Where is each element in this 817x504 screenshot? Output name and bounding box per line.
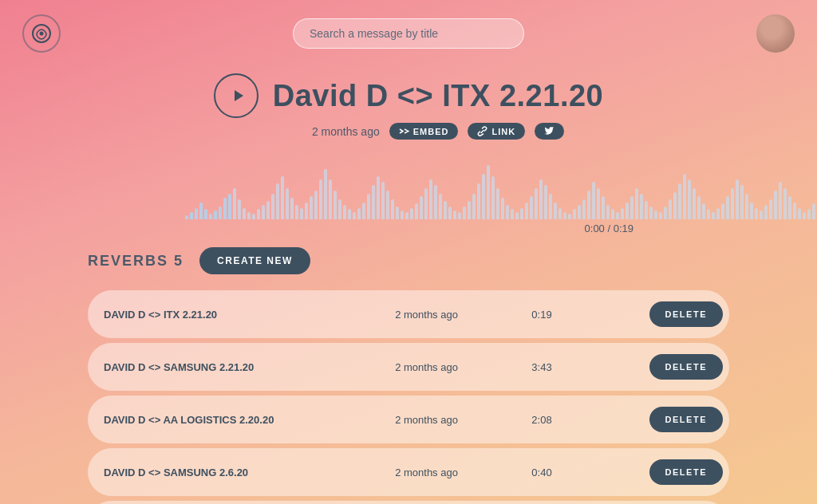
waveform-bar <box>606 205 610 219</box>
waveform-bar <box>750 203 753 219</box>
avatar <box>756 14 795 53</box>
delete-button[interactable]: DELETE <box>649 459 723 485</box>
table-row: DAVID D <> ITX 2.21.20 2 months ago 0:19… <box>88 290 729 338</box>
waveform-bar <box>602 196 605 219</box>
waveform-bar <box>621 208 624 219</box>
table-row: DAVID D <> SAMSUNG 2.21.20 2 months ago … <box>88 343 729 391</box>
waveform-bar <box>558 208 562 219</box>
waveform-bar <box>755 208 758 219</box>
waveform-bar <box>185 215 188 219</box>
waveform-bar <box>319 179 322 219</box>
waveform-bar <box>334 191 337 219</box>
waveform-bar <box>535 188 538 219</box>
waveform-bar <box>195 208 198 219</box>
waveform-bar <box>223 198 227 219</box>
waveform-bar <box>362 203 365 219</box>
waveform-bar <box>377 176 380 219</box>
waveform-bar <box>530 196 533 219</box>
message-date: 2 months ago <box>379 501 515 504</box>
waveform-bar <box>286 188 289 219</box>
message-duration: 3:43 <box>515 343 590 391</box>
waveform-bar <box>626 203 629 219</box>
waveform-bar <box>405 212 408 219</box>
waveform-bar <box>410 208 413 219</box>
waveform-bar <box>300 208 303 219</box>
player-title: David D <> ITX 2.21.20 <box>273 79 603 113</box>
waveform-bar <box>491 176 495 219</box>
waveform[interactable] <box>177 156 640 219</box>
create-new-button[interactable]: CREATE NEW <box>199 247 310 274</box>
message-duration: 0:22 <box>515 501 590 504</box>
message-name: DAVID D <> SAMSUNG 2.6.20 <box>88 448 379 496</box>
waveform-bar <box>578 205 581 219</box>
waveform-bar <box>573 209 576 219</box>
waveform-bar <box>477 183 480 219</box>
waveform-bar <box>472 194 476 219</box>
waveform-bar <box>295 205 298 219</box>
waveform-bar <box>640 194 643 219</box>
waveform-bar <box>568 214 571 219</box>
waveform-bar <box>324 169 327 219</box>
player-title-row: David D <> ITX 2.21.20 <box>214 73 603 118</box>
player-timestamp: 2 months ago <box>312 125 380 138</box>
waveform-bar <box>683 174 686 219</box>
waveform-bar <box>281 176 284 219</box>
waveform-bar <box>243 208 246 219</box>
waveform-bar <box>338 199 341 219</box>
waveform-bar <box>649 207 653 219</box>
waveform-bar <box>233 188 236 219</box>
waveform-bar <box>798 208 801 219</box>
waveform-bar <box>305 203 308 219</box>
waveform-bar <box>702 203 705 219</box>
app-logo <box>22 14 61 53</box>
link-badge[interactable]: LINK <box>468 123 525 140</box>
message-name: DAVID D <> AA LOGISTICS 2.20.20 <box>88 396 379 443</box>
waveform-bar <box>367 194 370 219</box>
delete-button[interactable]: DELETE <box>649 407 723 432</box>
waveform-bar <box>429 179 432 219</box>
waveform-bar <box>779 182 782 219</box>
waveform-bar <box>697 196 701 219</box>
message-duration: 0:40 <box>515 448 590 496</box>
waveform-bar <box>444 201 447 219</box>
waveform-bar <box>214 211 217 219</box>
messages-table: DAVID D <> ITX 2.21.20 2 months ago 0:19… <box>88 285 729 504</box>
waveform-bar <box>611 209 614 219</box>
table-row: DAVID D <> QUALCOMM 2.3.20 2 months ago … <box>88 501 729 504</box>
waveform-bar <box>353 212 356 219</box>
waveform-bar <box>587 191 590 219</box>
search-input[interactable] <box>293 18 524 49</box>
waveform-bar <box>439 194 442 219</box>
waveform-bar <box>228 194 231 219</box>
waveform-bar <box>496 188 499 219</box>
delete-button[interactable]: DELETE <box>649 301 723 327</box>
waveform-bar <box>511 209 514 219</box>
waveform-bar <box>190 212 193 219</box>
waveform-bar <box>803 212 806 219</box>
twitter-badge[interactable] <box>535 123 564 140</box>
waveform-bar <box>348 209 351 219</box>
embed-badge[interactable]: EMBED <box>389 123 459 140</box>
play-button[interactable] <box>214 73 259 118</box>
waveform-bar <box>506 205 509 219</box>
message-date: 2 months ago <box>379 396 515 443</box>
waveform-bar <box>487 165 490 219</box>
message-duration: 2:08 <box>515 396 590 443</box>
delete-button[interactable]: DELETE <box>649 354 723 380</box>
waveform-bar <box>424 188 428 219</box>
header <box>0 0 817 67</box>
svg-marker-2 <box>235 90 243 101</box>
waveform-bar <box>793 203 796 219</box>
waveform-bar <box>515 212 519 219</box>
waveform-bar <box>635 188 638 219</box>
waveform-bar <box>262 205 265 219</box>
waveform-bar <box>764 205 768 219</box>
waveform-bar <box>807 209 811 219</box>
waveform-bar <box>774 191 777 219</box>
delete-cell: DELETE <box>590 396 729 443</box>
waveform-bar <box>453 211 456 219</box>
waveform-bar <box>549 194 552 219</box>
waveform-bar <box>482 174 485 219</box>
waveform-bar <box>673 192 677 219</box>
waveform-bar <box>616 212 619 219</box>
